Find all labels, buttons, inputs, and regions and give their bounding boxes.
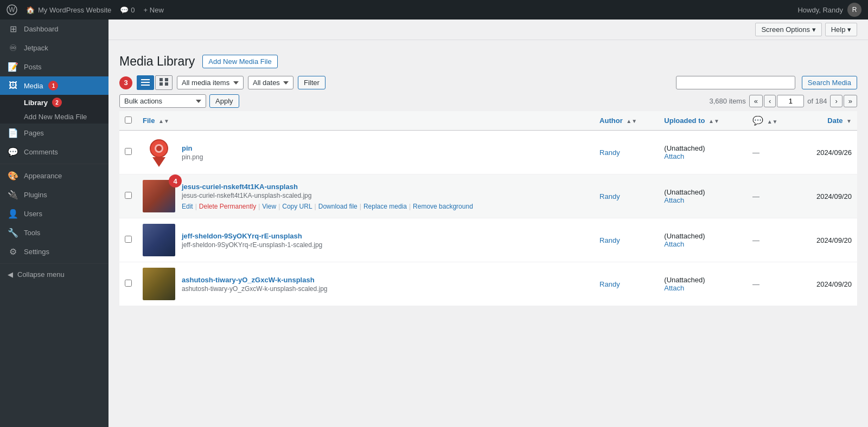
sidebar-item-users[interactable]: 👤 Users [0,204,108,223]
row-checkbox[interactable] [125,280,132,287]
search-media-input[interactable] [676,76,795,89]
jetpack-icon: ♾ [8,43,18,53]
screen-options-button[interactable]: Screen Options ▾ [755,23,821,36]
filters-row: 3 All media items All dates Filter [119,75,857,90]
sidebar-item-add-new-media[interactable]: Add New Media File [0,110,108,124]
next-page-button[interactable]: › [830,95,842,107]
page-header: Media Library Add New Media File [119,54,857,69]
attach-link[interactable]: Attach [664,196,684,204]
file-date: 2024/09/20 [816,192,852,200]
remove-bg-link[interactable]: Remove background [413,203,473,210]
add-new-media-button[interactable]: Add New Media File [202,55,277,68]
author-link[interactable]: Randy [599,280,620,288]
menu-sep-2 [0,263,108,264]
col-author-header[interactable]: Author ▲▼ [594,111,659,131]
row-checkbox[interactable] [125,192,132,199]
comment-sort-icon: ▲▼ [767,119,778,125]
file-link[interactable]: jesus-curiel-nskeft4t1KA-unsplash [182,183,473,191]
author-link[interactable]: Randy [599,192,620,200]
posts-icon: 📝 [8,62,18,72]
file-name: jeff-sheldon-9SyOKYrq-rE-unsplash-1-scal… [182,241,322,249]
table-row: 4 jesus-curiel-nskeft4t1KA-unsplash jesu… [119,174,857,218]
new-link[interactable]: + New [144,6,164,14]
date-filter[interactable]: All dates [248,76,293,89]
sidebar-item-posts[interactable]: 📝 Posts [0,57,108,76]
main-content: Screen Options ▾ Help ▾ Media Library Ad… [108,20,868,427]
avatar: R [847,3,861,17]
upload-status: (Unattached) [664,188,705,196]
row-checkbox[interactable] [125,148,132,155]
col-file-header[interactable]: File ▲▼ [137,111,594,131]
svg-rect-3 [141,82,150,83]
author-link[interactable]: Randy [599,148,620,157]
row-checkbox[interactable] [125,236,132,243]
file-info: ashutosh-tiwary-yO_zGxcW-k-unsplash ashu… [182,276,328,293]
grid-view-button[interactable] [155,75,173,90]
edit-link[interactable]: Edit [182,203,193,210]
media-badge: 1 [48,81,58,90]
media-type-filter[interactable]: All media items [177,76,244,89]
dashboard-icon: ⊞ [8,24,18,34]
search-media-button[interactable]: Search Media [802,76,857,89]
plugins-icon: 🔌 [8,190,18,200]
sidebar-item-dashboard[interactable]: ⊞ Dashboard [0,20,108,38]
file-link[interactable]: ashutosh-tiwary-yO_zGxcW-k-unsplash [182,276,328,284]
file-link[interactable]: jeff-sheldon-9SyOKYrq-rE-unsplash [182,232,322,240]
sidebar-item-media[interactable]: 🖼 Media 1 [0,76,108,95]
sidebar-item-plugins[interactable]: 🔌 Plugins [0,185,108,204]
download-link[interactable]: Download file [318,203,358,210]
comment-count: — [752,280,760,288]
collapse-menu[interactable]: ◀ Collapse menu [0,266,108,283]
delete-link[interactable]: Delete Permanently [199,203,256,210]
copy-url-link[interactable]: Copy URL [282,203,312,210]
file-name: pin.png [182,153,203,161]
sidebar-item-tools[interactable]: 🔧 Tools [0,223,108,242]
attach-link[interactable]: Attach [664,240,684,248]
select-all-checkbox[interactable] [125,117,132,124]
upload-status: (Unattached) [664,276,705,284]
help-button[interactable]: Help ▾ [825,23,857,36]
col-comment-header: 💬 ▲▼ [747,111,795,131]
view-link[interactable]: View [262,203,276,210]
last-page-button[interactable]: » [844,95,857,107]
howdy: Howdy, Randy R [797,3,861,17]
prev-page-button[interactable]: ‹ [764,95,776,107]
file-cell: pin pin.png [143,136,589,169]
pages-icon: 📄 [8,128,18,138]
pin-thumb [143,136,175,169]
svg-rect-4 [141,85,150,86]
replace-media-link[interactable]: Replace media [363,203,407,210]
list-view-button[interactable] [137,75,154,90]
sidebar-item-jetpack[interactable]: ♾ Jetpack [0,38,108,57]
media-icon: 🖼 [8,81,18,90]
bulk-actions-select[interactable]: Bulk actions [119,94,206,108]
attach-link[interactable]: Attach [664,284,684,292]
file-thumb [143,268,175,300]
filter-button[interactable]: Filter [298,76,326,89]
page-number-input[interactable] [777,95,804,107]
media-submenu: Library 2 Add New Media File [0,95,108,124]
sidebar-item-settings[interactable]: ⚙ Settings [0,242,108,261]
col-date-header[interactable]: Date ▼ [795,111,857,131]
wp-logo[interactable]: W [7,4,17,15]
comments-link[interactable]: 💬 0 [120,6,135,14]
file-cell: 4 jesus-curiel-nskeft4t1KA-unsplash jesu… [143,180,589,212]
col-uploaded-header[interactable]: Uploaded to ▲▼ [659,111,747,131]
thumb-container: 4 [143,180,175,212]
first-page-button[interactable]: « [749,95,763,107]
attach-link[interactable]: Attach [664,152,684,160]
site-name[interactable]: 🏠 My WordPress Website [26,6,111,14]
wrap: Media Library Add New Media File 3 All m… [108,40,868,317]
apply-button[interactable]: Apply [209,94,239,108]
author-link[interactable]: Randy [599,236,620,244]
row-actions: Edit | Delete Permanently | View | Copy … [182,203,473,210]
sidebar-item-comments[interactable]: 💬 Comments [0,143,108,161]
comment-count: — [752,236,760,244]
sidebar-item-pages[interactable]: 📄 Pages [0,124,108,143]
sidebar-item-library[interactable]: Library 2 [0,95,108,110]
file-link[interactable]: pin [182,144,203,152]
appearance-icon: 🎨 [8,171,18,181]
comment-count: — [752,148,760,157]
items-count: 3,680 items [709,97,745,105]
sidebar-item-appearance[interactable]: 🎨 Appearance [0,166,108,185]
